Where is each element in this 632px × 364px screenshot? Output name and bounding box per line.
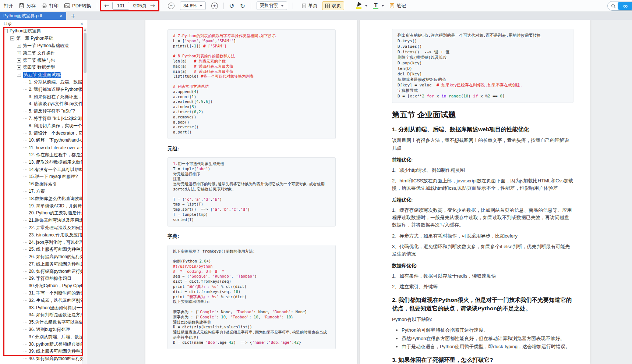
scroll-up-icon[interactable]: ∧	[84, 28, 86, 31]
toc-item[interactable]: 34. 如何判断是函数还是方法?	[0, 311, 82, 319]
toc-item[interactable]: 31. 手写一个判断时间的装饰器	[0, 290, 82, 297]
collapse-icon[interactable]: −	[4, 29, 8, 33]
open-button[interactable]: 打开	[4, 3, 13, 9]
toc-item[interactable]: 29. 字符串的操作题目	[0, 275, 82, 282]
tree-connector	[24, 315, 27, 315]
prev-page-button[interactable]: ←	[104, 2, 109, 9]
toc-item[interactable]: 40. 如何提高python的运行效率	[0, 355, 82, 363]
tree-connector	[24, 104, 27, 104]
page-number-input[interactable]	[112, 2, 129, 10]
toc-item-label: 5. 请反转字符串 "aStr"?	[29, 108, 75, 114]
toc-item[interactable]: 8. 利用切片操作，实现一个trim	[0, 122, 82, 129]
toc-item-label: 7. 将字符串 "k:1 |k1:2|k2:3|k3	[29, 115, 82, 122]
toc-item[interactable]: 32. 生成器，迭代器的区别?	[0, 297, 82, 304]
expand-icon[interactable]: +	[17, 44, 21, 48]
toc-item[interactable]: 13. 爬取这些数据都用来做什么	[0, 158, 82, 166]
toc-item[interactable]: 36. 遇到bug如何处理	[0, 326, 82, 333]
toc-item-label: 21.装饰器的写法以及应用场景	[29, 217, 82, 224]
toc-item[interactable]: 11. how do I iterate over a s	[0, 144, 82, 151]
toc-item[interactable]: 30.介绍Cython，Pypy Cpytho	[0, 282, 82, 290]
toc-item[interactable]: 22. 异常处理写法以及如何主动	[0, 224, 82, 232]
toc-item[interactable]: 20. Python的主要功能是什么?	[0, 210, 82, 217]
highlighter-button[interactable]	[356, 3, 367, 9]
tree-connector	[24, 155, 27, 155]
code-block: 以下实例展示了 fromkeys()函数的使用方法: 实例(Python 2.0…	[167, 245, 336, 349]
toc-item[interactable]: 12. 你在爬虫过程中，都是怎么	[0, 151, 82, 159]
toc-item[interactable]: 33. Python里面如何拷贝一个对	[0, 304, 82, 311]
redo-button[interactable]: ↻	[240, 2, 245, 10]
toc-item[interactable]: 1. 分别从前端、后端、数据库阐	[0, 79, 82, 86]
expand-icon[interactable]: +	[17, 58, 21, 63]
toc-item[interactable]: 14.有没有一个工具可以帮助查	[0, 166, 82, 173]
search-box[interactable]: ∞ 搜	[607, 1, 632, 11]
toc-item[interactable]: 17. 方案	[0, 188, 82, 195]
print-label: 打印	[49, 3, 59, 9]
toc-item[interactable]: 39. 线上服务可能因为种种原因	[0, 348, 82, 355]
tree-connector	[24, 140, 27, 140]
toc-item[interactable]: 35.为什么函数名字可以当做参	[0, 319, 82, 326]
print-button[interactable]: 打印	[41, 3, 59, 9]
toc-item[interactable]: 7. 将字符串 "k:1 |k1:2|k2:3|k3	[0, 115, 82, 122]
save-icon	[19, 3, 24, 8]
zoom-in-button[interactable]: +	[211, 3, 218, 9]
toc-item[interactable]: 37.分别从前端、后端、数据库	[0, 333, 82, 340]
collapse-icon[interactable]: −	[10, 36, 14, 40]
toc-item[interactable]: +第二节 文件操作	[0, 49, 82, 57]
sidebar-scrollbar[interactable]: ∧	[82, 28, 87, 364]
expand-icon[interactable]: +	[17, 51, 21, 55]
text-tool-button[interactable]: T	[373, 3, 384, 9]
toc-item[interactable]: 24. json序列化时，可以处理的	[0, 239, 82, 246]
toc-item[interactable]: 25. 线上服务可能因为种种原因	[0, 246, 82, 253]
toc-item[interactable]: +第一节 Python基础语法	[0, 42, 82, 50]
toolbar-separator	[97, 3, 97, 9]
document-tab[interactable]: Python面试宝典.pdf ×	[0, 12, 66, 20]
paragraph: 1、减少http请求、例如制作精灵图	[392, 167, 573, 174]
save-as-button[interactable]: 另存	[19, 3, 36, 9]
double-page-button[interactable]: 双页	[322, 1, 344, 10]
zoom-out-button[interactable]: −	[168, 3, 174, 9]
tree-connector	[24, 147, 27, 148]
paragraph: 3、代码优化，避免循环和判断次数太多，如果多个if else判断，优先判断最有可…	[392, 243, 573, 258]
toc-item[interactable]: 23. isinstance作用以及应用场	[0, 231, 82, 239]
toc-item[interactable]: 15.说一下 mysql 的原理?	[0, 173, 82, 181]
single-page-button[interactable]: 单页	[299, 1, 321, 10]
next-page-button[interactable]: →	[150, 2, 155, 9]
toc-item[interactable]: 5. 请反转字符串 "aStr"?	[0, 108, 82, 115]
notes-button[interactable]: 笔记	[389, 3, 406, 9]
toc-item[interactable]: 26. 如何提高python的运行效率	[0, 253, 82, 261]
scrollbar-thumb[interactable]	[84, 33, 86, 73]
toc-item[interactable]: 28. 如何提高python的运行效率	[0, 268, 82, 275]
tab-close-icon[interactable]: ×	[59, 13, 63, 18]
undo-button[interactable]: ↺	[229, 2, 234, 10]
sidebar-close-icon[interactable]: ×	[80, 21, 84, 26]
change-background-button[interactable]: 更换背景	[257, 1, 287, 10]
chevron-down-icon	[200, 5, 202, 7]
toc-item[interactable]: +第四节 数据类型	[0, 64, 82, 71]
new-tab-button[interactable]: +	[71, 13, 75, 19]
toc-item[interactable]: −第五节 企业面试题	[0, 71, 82, 79]
toc-item[interactable]: 16.数据库索引	[0, 181, 82, 188]
toc-item[interactable]: 4. 请谈谈.pyc文件和.py文件的	[0, 100, 82, 108]
toc-item[interactable]: 27. 线上服务可能因为种种原因	[0, 261, 82, 268]
tree-connector	[24, 133, 27, 133]
toc-item[interactable]: 18.数据库怎么优化查询效率?	[0, 195, 82, 202]
section-heading: 第五节 企业面试题	[392, 110, 573, 120]
toc-item[interactable]: 38. python新式类和经典类的区	[0, 340, 82, 348]
toc-item-label: 9. 请设计一个decorator，它可	[29, 130, 82, 136]
zoom-level-select[interactable]: 84.6%	[180, 1, 205, 10]
toc-item[interactable]: 3. 如果你困在了死循环里，怎么	[0, 93, 82, 100]
toc-item-label: 19. 简单谈谈ACID，并解释每	[29, 203, 82, 209]
print-icon	[41, 3, 47, 8]
toc-item[interactable]: 10. 解释一下python的and-or	[0, 137, 82, 144]
toc-item[interactable]: 9. 请设计一个decorator，它可	[0, 129, 82, 137]
toc-item[interactable]: +第三节 模块与包	[0, 57, 82, 64]
toc-item[interactable]: 21.装饰器的写法以及应用场景	[0, 217, 82, 224]
toc-item[interactable]: 19. 简单谈谈ACID，并解释每	[0, 202, 82, 210]
pdf-convert-button[interactable]: Pw PDF转换	[64, 3, 91, 9]
collapse-icon[interactable]: −	[17, 73, 21, 77]
toc-item[interactable]: −Python面试宝典	[0, 28, 82, 35]
toc-item[interactable]: 2. 我们都知道现在Python很火	[0, 86, 82, 93]
expand-icon[interactable]: +	[17, 65, 21, 69]
document-viewport[interactable]: # 7.Python的列表的截取与字符串操作类型相同,如下所示L = ['spa…	[87, 20, 632, 364]
toc-item[interactable]: −第一章 Python基础	[0, 35, 82, 42]
